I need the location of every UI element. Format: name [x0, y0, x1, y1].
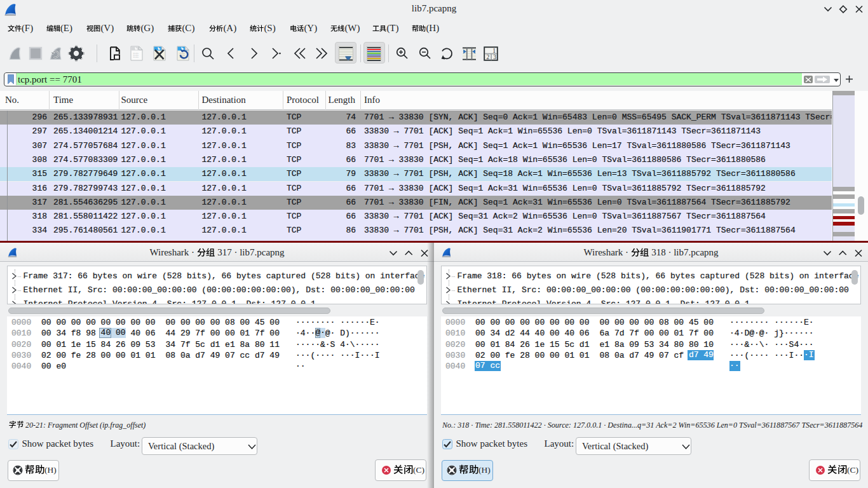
svg-text:2: 2: [487, 54, 490, 60]
svg-text:1: 1: [492, 47, 496, 53]
svg-text:3: 3: [493, 54, 496, 60]
svg-text:0101: 0101: [133, 56, 139, 58]
